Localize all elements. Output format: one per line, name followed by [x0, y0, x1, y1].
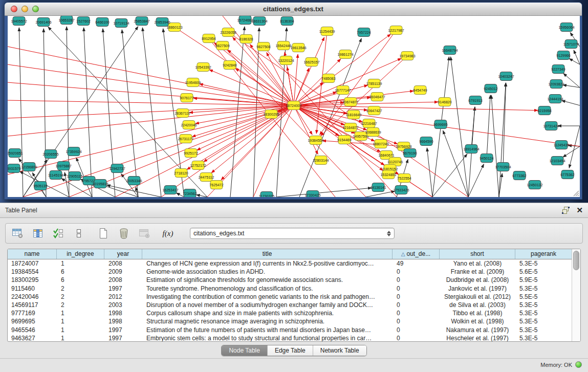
graph-node[interactable]: 26731177	[178, 135, 194, 143]
resize-grip-icon[interactable]	[572, 189, 579, 196]
graph-node[interactable]: 10674877	[342, 98, 358, 106]
graph-node[interactable]: 8215958	[537, 106, 551, 115]
table-row[interactable]: 977716911998Corpus callosum shape and si…	[8, 309, 572, 317]
graph-node[interactable]: 2718120	[174, 169, 188, 178]
function-builder-icon[interactable]: f(x)	[161, 227, 175, 240]
graph-node[interactable]: 12156809	[21, 163, 37, 171]
graph-node[interactable]: 9450124	[480, 154, 493, 163]
zoom-window-icon[interactable]	[32, 6, 39, 12]
graph-node[interactable]: 9227349	[551, 65, 565, 74]
graph-node[interactable]: 9076177	[180, 94, 193, 102]
network-canvas[interactable]: 1872400789129542322605898275091054339211…	[8, 16, 580, 197]
column-header[interactable]: in_degree	[57, 249, 104, 259]
graph-node[interactable]: 17703504	[495, 163, 511, 171]
graph-node[interactable]: 15724662	[237, 16, 253, 25]
table-row[interactable]: 969969511998Structural magnetic resonanc…	[8, 317, 572, 325]
graph-node[interactable]: 19861274	[337, 50, 353, 59]
graph-node[interactable]: 11245439	[554, 141, 570, 149]
close-window-icon[interactable]	[11, 6, 17, 12]
graph-node[interactable]: 9146820	[438, 98, 451, 106]
column-header[interactable]: △out_de...	[393, 249, 440, 259]
graph-node[interactable]: 11571074	[563, 40, 579, 49]
graph-node[interactable]: 7957224	[357, 28, 371, 37]
graph-node[interactable]: 7625472	[209, 181, 223, 189]
graph-node[interactable]: 22803144	[313, 156, 329, 165]
graph-node[interactable]: 9699695	[433, 120, 447, 129]
graph-node[interactable]: 10403247	[498, 72, 514, 81]
close-panel-icon[interactable]: ✕	[576, 206, 583, 214]
new-table-icon[interactable]	[97, 227, 110, 240]
graph-node[interactable]: 19734983	[399, 52, 415, 60]
graph-node[interactable]: 13220124	[278, 56, 294, 65]
graph-node[interactable]: 10688639	[365, 128, 381, 137]
tab-edge-table[interactable]: Edge Table	[268, 345, 313, 356]
tab-node-table[interactable]: Node Table	[222, 345, 268, 356]
graph-node[interactable]: 9245012	[484, 84, 497, 93]
graph-node[interactable]: 6773362	[512, 171, 526, 180]
graph-node[interactable]: 17330425	[304, 191, 320, 198]
table-row[interactable]: 1872400712008Changes of HCN gene express…	[8, 259, 572, 268]
column-header[interactable]: year	[104, 249, 142, 259]
table-row[interactable]: 911546021997Tourette syndrome. Phenomeno…	[8, 285, 572, 293]
graph-node[interactable]: 9154469	[337, 136, 351, 144]
graph-node[interactable]: 17851139	[366, 79, 382, 88]
graph-node[interactable]: 9827508	[256, 42, 270, 51]
graph-node[interactable]: 18860123	[166, 23, 182, 32]
graph-node[interactable]: 15542446	[275, 41, 291, 50]
graph-node[interactable]: 9505135	[33, 182, 47, 190]
graph-node[interactable]: 17533426	[393, 186, 409, 194]
graph-node[interactable]: 18807249	[373, 140, 388, 148]
graph-node[interactable]: 18724007	[286, 101, 301, 110]
graph-node[interactable]: 12752172	[190, 161, 206, 170]
graph-node[interactable]: 9242848	[223, 61, 236, 70]
graph-node[interactable]: 11954609	[185, 78, 201, 87]
graph-node[interactable]: 18631304	[251, 17, 267, 26]
graph-node[interactable]: 14136141	[370, 183, 386, 192]
graph-node[interactable]: 16777147	[335, 86, 351, 95]
graph-node[interactable]: 10975887	[55, 162, 71, 170]
graph-node[interactable]: 11730325	[259, 192, 275, 198]
row-height-icon[interactable]	[72, 227, 85, 240]
graph-node[interactable]: 8136304	[280, 17, 294, 26]
graph-node[interactable]: 12450132	[527, 181, 542, 189]
graph-node[interactable]: 10543392	[195, 63, 211, 72]
scrollbar-thumb[interactable]	[573, 251, 579, 270]
graph-node[interactable]: 10647427	[366, 106, 382, 115]
graph-node[interactable]: 18914964	[463, 145, 479, 154]
graph-node[interactable]: 6466100	[95, 18, 109, 27]
column-header[interactable]: title	[142, 249, 393, 259]
graph-node[interactable]: 8186328	[239, 35, 253, 43]
graph-node[interactable]: 3931579	[8, 164, 21, 173]
table-row[interactable]: 946554611997Estimation of the future num…	[8, 326, 572, 334]
minimize-window-icon[interactable]	[21, 6, 28, 12]
table-settings-icon[interactable]	[11, 227, 24, 240]
graph-node[interactable]: 10195815	[92, 180, 108, 188]
vertical-scrollbar[interactable]	[572, 249, 580, 341]
table-row[interactable]: 1456911722003Disruption of a novel membe…	[8, 301, 572, 309]
graph-node[interactable]: 22420046	[181, 121, 197, 129]
tab-network-table[interactable]: Network Table	[313, 345, 366, 356]
graph-node[interactable]: 15956064	[558, 23, 574, 32]
window-titlebar[interactable]: citations_edges.txt	[5, 3, 582, 16]
graph-node[interactable]: 20691406	[35, 18, 51, 27]
network-graph[interactable]: 1872400789129542322605898275091054339211…	[8, 16, 580, 197]
graph-node[interactable]: 25853847	[134, 17, 149, 26]
graph-node[interactable]: 20206555	[42, 150, 58, 159]
table-row[interactable]: 1938455462009Genome-wide association stu…	[8, 268, 572, 276]
graph-node[interactable]: 6791913	[468, 96, 482, 105]
graph-node[interactable]: 9925172	[184, 149, 198, 158]
table-row[interactable]: 2242004622012Investigating the contribut…	[8, 293, 572, 301]
graph-node[interactable]: 20053346	[126, 177, 142, 185]
graph-node[interactable]: 15324851	[380, 170, 396, 179]
graph-node[interactable]: 7485083	[321, 74, 335, 83]
graph-node[interactable]: 19384554	[308, 136, 323, 145]
graph-node[interactable]: 1527602	[76, 17, 90, 26]
graph-node[interactable]: 8679190	[403, 149, 417, 158]
graph-node[interactable]: 28367137	[175, 109, 190, 118]
graph-node[interactable]: 11145194	[48, 171, 63, 180]
graph-node[interactable]: 24475112	[199, 173, 214, 182]
graph-node[interactable]: 7234562	[183, 189, 197, 198]
graph-node[interactable]: 7522554	[397, 174, 411, 183]
graph-node[interactable]: 16625157	[303, 58, 319, 67]
graph-node[interactable]: 17359924	[66, 147, 81, 156]
